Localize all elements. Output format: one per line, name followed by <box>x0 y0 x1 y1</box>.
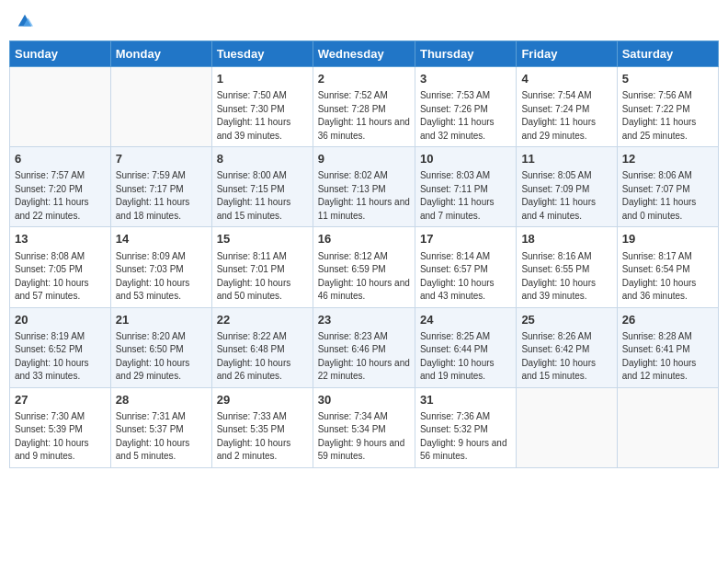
day-info: Sunrise: 8:06 AM Sunset: 7:07 PM Dayligh… <box>622 169 713 223</box>
day-info: Sunrise: 7:31 AM Sunset: 5:37 PM Dayligh… <box>116 410 207 464</box>
calendar-cell: 22Sunrise: 8:22 AM Sunset: 6:48 PM Dayli… <box>211 307 313 387</box>
day-number: 10 <box>420 151 511 167</box>
day-info: Sunrise: 8:05 AM Sunset: 7:09 PM Dayligh… <box>521 169 611 223</box>
day-number: 17 <box>420 231 511 247</box>
calendar-cell: 21Sunrise: 8:20 AM Sunset: 6:50 PM Dayli… <box>110 307 211 387</box>
day-info: Sunrise: 7:30 AM Sunset: 5:39 PM Dayligh… <box>15 410 106 464</box>
day-number: 7 <box>116 151 207 167</box>
logo <box>15 13 33 29</box>
day-info: Sunrise: 7:36 AM Sunset: 5:32 PM Dayligh… <box>420 410 511 464</box>
day-info: Sunrise: 7:50 AM Sunset: 7:30 PM Dayligh… <box>217 89 308 143</box>
calendar-cell <box>10 67 111 147</box>
calendar-cell: 6Sunrise: 7:57 AM Sunset: 7:20 PM Daylig… <box>10 147 111 227</box>
calendar-cell: 18Sunrise: 8:16 AM Sunset: 6:55 PM Dayli… <box>517 227 617 307</box>
day-info: Sunrise: 8:20 AM Sunset: 6:50 PM Dayligh… <box>116 330 207 384</box>
day-number: 30 <box>318 392 410 408</box>
day-number: 22 <box>217 312 308 328</box>
day-number: 1 <box>217 71 308 87</box>
calendar-cell: 31Sunrise: 7:36 AM Sunset: 5:32 PM Dayli… <box>415 387 516 467</box>
calendar-week-row: 27Sunrise: 7:30 AM Sunset: 5:39 PM Dayli… <box>10 387 719 467</box>
calendar-cell: 5Sunrise: 7:56 AM Sunset: 7:22 PM Daylig… <box>617 67 718 147</box>
logo-icon <box>17 13 33 29</box>
day-number: 5 <box>622 71 713 87</box>
calendar-cell: 24Sunrise: 8:25 AM Sunset: 6:44 PM Dayli… <box>415 307 516 387</box>
day-number: 31 <box>420 392 511 408</box>
day-info: Sunrise: 8:09 AM Sunset: 7:03 PM Dayligh… <box>116 250 207 304</box>
calendar-cell: 20Sunrise: 8:19 AM Sunset: 6:52 PM Dayli… <box>10 307 111 387</box>
day-info: Sunrise: 8:00 AM Sunset: 7:15 PM Dayligh… <box>217 169 308 223</box>
day-number: 13 <box>15 231 106 247</box>
calendar-cell: 25Sunrise: 8:26 AM Sunset: 6:42 PM Dayli… <box>517 307 617 387</box>
day-number: 3 <box>420 71 511 87</box>
day-number: 19 <box>622 231 713 247</box>
calendar-cell: 3Sunrise: 7:53 AM Sunset: 7:26 PM Daylig… <box>415 67 516 147</box>
day-number: 12 <box>622 151 713 167</box>
calendar-cell: 7Sunrise: 7:59 AM Sunset: 7:17 PM Daylig… <box>110 147 211 227</box>
day-number: 9 <box>318 151 410 167</box>
day-info: Sunrise: 7:34 AM Sunset: 5:34 PM Dayligh… <box>318 410 410 464</box>
day-of-week-header: Monday <box>110 41 211 67</box>
day-info: Sunrise: 7:54 AM Sunset: 7:24 PM Dayligh… <box>521 89 611 143</box>
day-info: Sunrise: 7:56 AM Sunset: 7:22 PM Dayligh… <box>622 89 713 143</box>
day-number: 2 <box>318 71 410 87</box>
day-info: Sunrise: 8:28 AM Sunset: 6:41 PM Dayligh… <box>622 330 713 384</box>
day-number: 27 <box>15 392 106 408</box>
day-info: Sunrise: 7:33 AM Sunset: 5:35 PM Dayligh… <box>217 410 308 464</box>
day-number: 21 <box>116 312 207 328</box>
day-number: 14 <box>116 231 207 247</box>
calendar-cell: 28Sunrise: 7:31 AM Sunset: 5:37 PM Dayli… <box>110 387 211 467</box>
calendar-cell: 15Sunrise: 8:11 AM Sunset: 7:01 PM Dayli… <box>211 227 313 307</box>
day-number: 11 <box>521 151 611 167</box>
day-info: Sunrise: 8:26 AM Sunset: 6:42 PM Dayligh… <box>521 330 611 384</box>
page-header <box>9 9 719 33</box>
calendar-cell: 14Sunrise: 8:09 AM Sunset: 7:03 PM Dayli… <box>110 227 211 307</box>
day-info: Sunrise: 8:16 AM Sunset: 6:55 PM Dayligh… <box>521 250 611 304</box>
calendar-cell: 1Sunrise: 7:50 AM Sunset: 7:30 PM Daylig… <box>211 67 313 147</box>
calendar-cell: 2Sunrise: 7:52 AM Sunset: 7:28 PM Daylig… <box>313 67 415 147</box>
calendar-cell: 19Sunrise: 8:17 AM Sunset: 6:54 PM Dayli… <box>617 227 718 307</box>
calendar-cell: 12Sunrise: 8:06 AM Sunset: 7:07 PM Dayli… <box>617 147 718 227</box>
day-number: 6 <box>15 151 106 167</box>
day-number: 26 <box>622 312 713 328</box>
day-info: Sunrise: 7:57 AM Sunset: 7:20 PM Dayligh… <box>15 169 106 223</box>
day-info: Sunrise: 8:08 AM Sunset: 7:05 PM Dayligh… <box>15 250 106 304</box>
day-number: 23 <box>318 312 410 328</box>
calendar-cell: 16Sunrise: 8:12 AM Sunset: 6:59 PM Dayli… <box>313 227 415 307</box>
day-info: Sunrise: 8:17 AM Sunset: 6:54 PM Dayligh… <box>622 250 713 304</box>
day-info: Sunrise: 8:11 AM Sunset: 7:01 PM Dayligh… <box>217 250 308 304</box>
calendar-cell <box>517 387 617 467</box>
day-number: 16 <box>318 231 410 247</box>
day-of-week-header: Saturday <box>617 41 718 67</box>
calendar-cell: 23Sunrise: 8:23 AM Sunset: 6:46 PM Dayli… <box>313 307 415 387</box>
calendar-cell: 29Sunrise: 7:33 AM Sunset: 5:35 PM Dayli… <box>211 387 313 467</box>
calendar-cell: 11Sunrise: 8:05 AM Sunset: 7:09 PM Dayli… <box>517 147 617 227</box>
day-number: 24 <box>420 312 511 328</box>
calendar-cell: 8Sunrise: 8:00 AM Sunset: 7:15 PM Daylig… <box>211 147 313 227</box>
day-info: Sunrise: 7:52 AM Sunset: 7:28 PM Dayligh… <box>318 89 410 143</box>
day-info: Sunrise: 8:02 AM Sunset: 7:13 PM Dayligh… <box>318 169 410 223</box>
day-number: 29 <box>217 392 308 408</box>
day-info: Sunrise: 8:25 AM Sunset: 6:44 PM Dayligh… <box>420 330 511 384</box>
day-info: Sunrise: 8:22 AM Sunset: 6:48 PM Dayligh… <box>217 330 308 384</box>
calendar-cell <box>617 387 718 467</box>
calendar-week-row: 1Sunrise: 7:50 AM Sunset: 7:30 PM Daylig… <box>10 67 719 147</box>
calendar-cell: 10Sunrise: 8:03 AM Sunset: 7:11 PM Dayli… <box>415 147 516 227</box>
day-number: 4 <box>521 71 611 87</box>
calendar-cell: 13Sunrise: 8:08 AM Sunset: 7:05 PM Dayli… <box>10 227 111 307</box>
day-of-week-header: Sunday <box>10 41 111 67</box>
day-number: 18 <box>521 231 611 247</box>
day-number: 20 <box>15 312 106 328</box>
day-of-week-header: Tuesday <box>211 41 313 67</box>
day-info: Sunrise: 7:53 AM Sunset: 7:26 PM Dayligh… <box>420 89 511 143</box>
day-number: 25 <box>521 312 611 328</box>
day-of-week-header: Thursday <box>415 41 516 67</box>
day-number: 28 <box>116 392 207 408</box>
calendar-header-row: SundayMondayTuesdayWednesdayThursdayFrid… <box>10 41 719 67</box>
calendar-cell: 17Sunrise: 8:14 AM Sunset: 6:57 PM Dayli… <box>415 227 516 307</box>
day-number: 8 <box>217 151 308 167</box>
day-info: Sunrise: 8:14 AM Sunset: 6:57 PM Dayligh… <box>420 250 511 304</box>
day-of-week-header: Friday <box>517 41 617 67</box>
calendar-table: SundayMondayTuesdayWednesdayThursdayFrid… <box>9 40 719 468</box>
calendar-cell <box>110 67 211 147</box>
calendar-cell: 9Sunrise: 8:02 AM Sunset: 7:13 PM Daylig… <box>313 147 415 227</box>
